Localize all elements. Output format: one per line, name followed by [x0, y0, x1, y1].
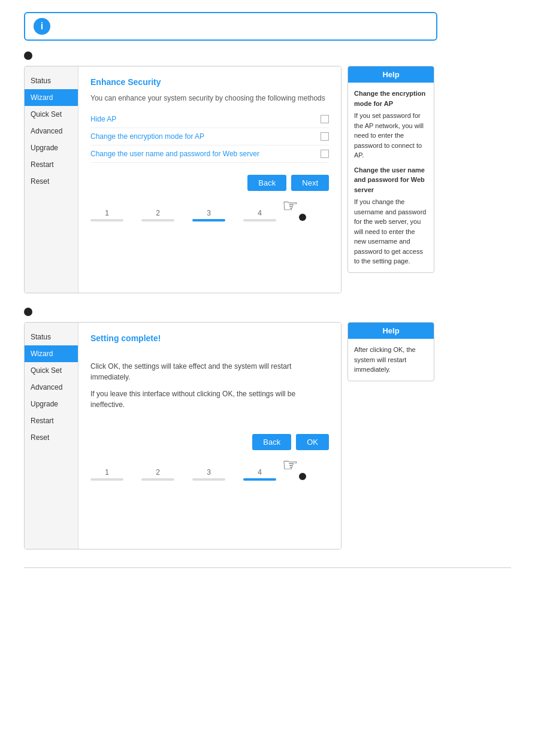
- buttons-row-2: Back OK: [90, 434, 329, 450]
- progress-steps-1: 1 2 3 4: [90, 209, 276, 221]
- option-row-hide-ap: Hide AP: [90, 111, 329, 128]
- main-panel-2: Status Wizard Quick Set Advanced Upgrade…: [24, 322, 341, 549]
- step-num-1-2: 2: [156, 209, 160, 217]
- step-num-1-4: 4: [258, 209, 262, 217]
- checkbox-hide-ap[interactable]: [321, 115, 329, 123]
- option-label-encryption[interactable]: Change the encryption mode for AP: [90, 132, 204, 141]
- step-num-1-1: 1: [105, 209, 109, 217]
- hand-cursor-icon-1: ☞: [282, 197, 306, 215]
- step-num-2-1: 1: [105, 468, 109, 476]
- info-banner: i: [24, 12, 437, 41]
- help-text-1-1: If you set password for the AP network, …: [354, 111, 428, 160]
- help-text-2: After clicking OK, the system will resta…: [354, 345, 428, 375]
- setting-text-1: Click OK, the settings will take effect …: [90, 361, 329, 382]
- step-bar-1-4: [243, 219, 276, 221]
- sidebar-item-upgrade-1[interactable]: Upgrade: [25, 139, 78, 156]
- sidebar-item-restart-1[interactable]: Restart: [25, 156, 78, 173]
- bullet-dot-2: [24, 308, 32, 316]
- cursor-dot-1: [299, 214, 306, 221]
- step-1-2: 2: [141, 209, 174, 221]
- step-bar-2-1: [90, 478, 123, 481]
- help-subtitle-1-1: Change the encryption mode for AP: [354, 89, 428, 108]
- help-body-1: Change the encryption mode for AP If you…: [348, 83, 434, 272]
- sidebar-item-restart-2[interactable]: Restart: [25, 412, 78, 429]
- sidebar-2: Status Wizard Quick Set Advanced Upgrade…: [25, 323, 78, 549]
- sidebar-1: Status Wizard Quick Set Advanced Upgrade…: [25, 66, 78, 293]
- back-button-2[interactable]: Back: [252, 434, 291, 450]
- sidebar-item-quickset-2[interactable]: Quick Set: [25, 362, 78, 379]
- step-1-1: 1: [90, 209, 123, 221]
- sidebar-item-upgrade-2[interactable]: Upgrade: [25, 396, 78, 412]
- sidebar-item-reset-1[interactable]: Reset: [25, 173, 78, 190]
- help-text-1-2: If you change the username and password …: [354, 197, 428, 266]
- sidebar-item-status-1[interactable]: Status: [25, 72, 78, 89]
- sidebar-item-advanced-2[interactable]: Advanced: [25, 379, 78, 396]
- step-bar-2-2: [141, 478, 174, 481]
- step-num-2-4: 4: [258, 468, 262, 476]
- step-1-4: 4: [243, 209, 276, 221]
- help-panel-2: Help After clicking OK, the system will …: [347, 322, 434, 381]
- step-bar-2-4: [243, 478, 276, 481]
- ok-button[interactable]: OK: [296, 434, 329, 450]
- sidebar-item-reset-2[interactable]: Reset: [25, 429, 78, 446]
- option-row-encryption: Change the encryption mode for AP: [90, 128, 329, 145]
- page-divider: [24, 567, 511, 568]
- setting-complete-title: Setting complete!: [90, 333, 329, 343]
- option-label-hide-ap[interactable]: Hide AP: [90, 115, 116, 123]
- ui-container-2: Status Wizard Quick Set Advanced Upgrade…: [24, 322, 511, 549]
- help-header-2: Help: [348, 323, 434, 339]
- back-button-1[interactable]: Back: [247, 175, 286, 191]
- step-num-2-2: 2: [156, 468, 160, 476]
- sidebar-item-status-2[interactable]: Status: [25, 329, 78, 345]
- buttons-row-1: Back Next: [90, 175, 329, 191]
- help-body-2: After clicking OK, the system will resta…: [348, 339, 434, 381]
- option-label-webserver[interactable]: Change the user name and password for We…: [90, 150, 259, 158]
- sidebar-item-advanced-1[interactable]: Advanced: [25, 123, 78, 139]
- step-num-1-3: 3: [207, 209, 211, 217]
- sidebar-item-quickset-1[interactable]: Quick Set: [25, 106, 78, 123]
- step-bar-2-3: [192, 478, 225, 481]
- ui-container-1: Status Wizard Quick Set Advanced Upgrade…: [24, 66, 511, 293]
- setting-text-2: If you leave this interface without clic…: [90, 388, 329, 410]
- help-header-1: Help: [348, 66, 434, 83]
- help-subtitle-1-2: Change the user name and password for We…: [354, 165, 428, 195]
- step-num-2-3: 3: [207, 468, 211, 476]
- main-panel-1: Status Wizard Quick Set Advanced Upgrade…: [24, 66, 341, 293]
- step-2-2: 2: [141, 468, 174, 481]
- cursor-dot-2: [299, 473, 306, 480]
- step-1-3: 3: [192, 209, 225, 221]
- checkbox-webserver[interactable]: [321, 150, 329, 158]
- checkbox-encryption[interactable]: [321, 132, 329, 141]
- next-button-1[interactable]: Next: [291, 175, 329, 191]
- step-2-4: 4: [243, 468, 276, 481]
- sidebar-item-wizard-1[interactable]: Wizard: [25, 89, 78, 106]
- section-desc-1: You can enhance your system security by …: [90, 94, 329, 102]
- info-icon: i: [34, 18, 50, 35]
- section-title-1: Enhance Security: [90, 77, 329, 87]
- content-area-1: Enhance Security You can enhance your sy…: [78, 66, 341, 293]
- hand-cursor-icon-2: ☞: [282, 456, 306, 474]
- step-bar-1-3: [192, 219, 225, 221]
- step-bar-1-2: [141, 219, 174, 221]
- sidebar-item-wizard-2[interactable]: Wizard: [25, 345, 78, 362]
- help-panel-1: Help Change the encryption mode for AP I…: [347, 66, 434, 273]
- option-row-webserver: Change the user name and password for We…: [90, 145, 329, 163]
- progress-steps-2: 1 2 3 4: [90, 468, 276, 481]
- content-area-2: Setting complete! Click OK, the settings…: [78, 323, 341, 549]
- step-bar-1-1: [90, 219, 123, 221]
- bullet-dot-1: [24, 51, 32, 60]
- step-2-3: 3: [192, 468, 225, 481]
- step-2-1: 1: [90, 468, 123, 481]
